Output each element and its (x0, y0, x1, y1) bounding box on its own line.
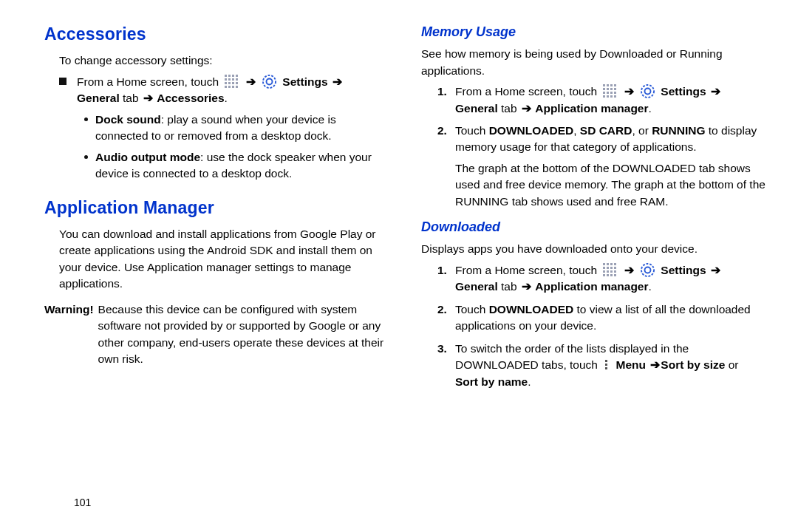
text-general: General (455, 280, 498, 293)
accessories-intro: To change accessory settings: (44, 52, 392, 69)
svg-rect-41 (607, 267, 609, 269)
svg-rect-30 (603, 95, 605, 98)
svg-rect-43 (614, 267, 616, 269)
svg-rect-7 (236, 78, 238, 81)
accessories-step-text: From a Home screen, touch ➔ Settings ➔ G… (77, 74, 343, 107)
arrow-icon: ➔ (623, 264, 635, 276)
svg-rect-46 (610, 270, 613, 273)
accessories-step: From a Home screen, touch ➔ Settings ➔ G… (59, 74, 392, 107)
text: From a Home screen, touch (77, 75, 219, 88)
downloaded-intro: Displays apps you have downloaded onto y… (421, 241, 768, 257)
svg-rect-27 (607, 92, 609, 94)
svg-rect-48 (603, 274, 605, 276)
text-sort-name: Sort by name (455, 375, 528, 388)
svg-rect-1 (228, 75, 231, 77)
svg-rect-44 (603, 270, 605, 273)
svg-rect-45 (607, 270, 609, 273)
text: or (725, 358, 738, 371)
text: . (649, 102, 652, 115)
downloaded-steps: 1. From a Home screen, touch ➔ Settings … (421, 262, 768, 390)
left-column: Accessories To change accessory settings… (44, 22, 406, 517)
square-bullet-icon (59, 78, 66, 85)
arrow-icon: ➔ (623, 85, 635, 98)
svg-rect-3 (236, 75, 238, 77)
svg-rect-11 (236, 82, 238, 84)
text-sort-size: Sort by size (661, 358, 725, 371)
arrow-icon: ➔ (520, 280, 532, 293)
warning-text: Because this device can be configured wi… (98, 301, 392, 368)
text: . (649, 280, 652, 293)
svg-rect-23 (607, 88, 609, 90)
svg-rect-28 (610, 92, 613, 94)
heading-memory-usage: Memory Usage (421, 22, 768, 41)
svg-rect-15 (236, 86, 238, 88)
right-column: Memory Usage See how memory is being use… (406, 22, 768, 517)
apps-grid-icon (603, 263, 616, 276)
apps-grid-icon (225, 75, 238, 88)
text: Touch (455, 303, 489, 316)
svg-rect-20 (610, 84, 613, 86)
heading-application-manager: Application Manager (44, 196, 392, 220)
arrow-icon: ➔ (331, 75, 343, 88)
arrow-icon: ➔ (709, 264, 721, 276)
arrow-icon: ➔ (709, 85, 721, 98)
text: . (225, 92, 228, 104)
text-menu: Menu (616, 358, 649, 371)
text: , (573, 124, 580, 137)
svg-rect-25 (614, 88, 616, 90)
accessories-sub2: Audio output mode: use the dock speaker … (84, 149, 392, 183)
svg-rect-24 (610, 88, 613, 90)
arrow-icon: ➔ (142, 92, 154, 104)
manual-page: Accessories To change accessory settings… (0, 0, 798, 532)
text-settings: Settings (282, 75, 327, 88)
text: Dock sound: play a sound when your devic… (95, 112, 392, 145)
gear-icon (262, 75, 276, 89)
svg-rect-9 (228, 82, 231, 84)
text-appmgr: Application manager (535, 102, 648, 115)
appmgr-intro: You can download and install application… (44, 226, 392, 293)
text-bold: SD CARD (580, 124, 632, 137)
text: tab (120, 92, 142, 104)
svg-rect-38 (610, 263, 613, 265)
svg-rect-18 (603, 84, 605, 86)
svg-point-17 (267, 78, 273, 84)
text-bold: RUNNING (652, 124, 705, 137)
downloaded-step-3: 3. To switch the order of the lists disp… (442, 341, 768, 390)
text: tab (498, 102, 520, 115)
accessories-sub1: Dock sound: play a sound when your devic… (84, 112, 392, 145)
svg-rect-31 (607, 95, 609, 98)
text: tab (498, 280, 520, 293)
text-settings: Settings (661, 85, 706, 98)
text-bold: Audio output mode (95, 151, 200, 163)
svg-point-53 (645, 267, 651, 273)
svg-rect-42 (610, 267, 613, 269)
text: The graph at the bottom of the DOWNLOADE… (455, 162, 765, 208)
step-number: 1. (437, 83, 447, 100)
heading-accessories: Accessories (44, 22, 392, 47)
svg-rect-39 (614, 263, 616, 265)
svg-rect-51 (614, 274, 616, 276)
text: Audio output mode: use the dock speaker … (95, 149, 392, 183)
text: From a Home screen, touch (455, 85, 597, 98)
text: Touch (455, 124, 489, 137)
svg-rect-50 (610, 274, 613, 276)
text-general: General (455, 102, 498, 115)
step-number: 1. (437, 262, 447, 279)
svg-rect-0 (225, 75, 227, 77)
svg-point-52 (641, 264, 654, 276)
downloaded-step-1: 1. From a Home screen, touch ➔ Settings … (442, 262, 768, 296)
dot-bullet-icon (84, 155, 88, 159)
step-number: 3. (437, 341, 447, 357)
menu-dots-icon (604, 359, 610, 371)
svg-rect-8 (225, 82, 227, 84)
svg-rect-37 (607, 263, 609, 265)
svg-rect-36 (603, 263, 605, 265)
svg-rect-5 (228, 78, 231, 81)
svg-rect-4 (225, 78, 227, 81)
apps-grid-icon (603, 84, 616, 98)
memory-steps: 1. From a Home screen, touch ➔ Settings … (421, 83, 768, 210)
step-number: 2. (437, 301, 447, 318)
gear-icon (641, 84, 655, 98)
svg-rect-49 (607, 274, 609, 276)
memory-intro: See how memory is being used by Download… (421, 46, 768, 79)
